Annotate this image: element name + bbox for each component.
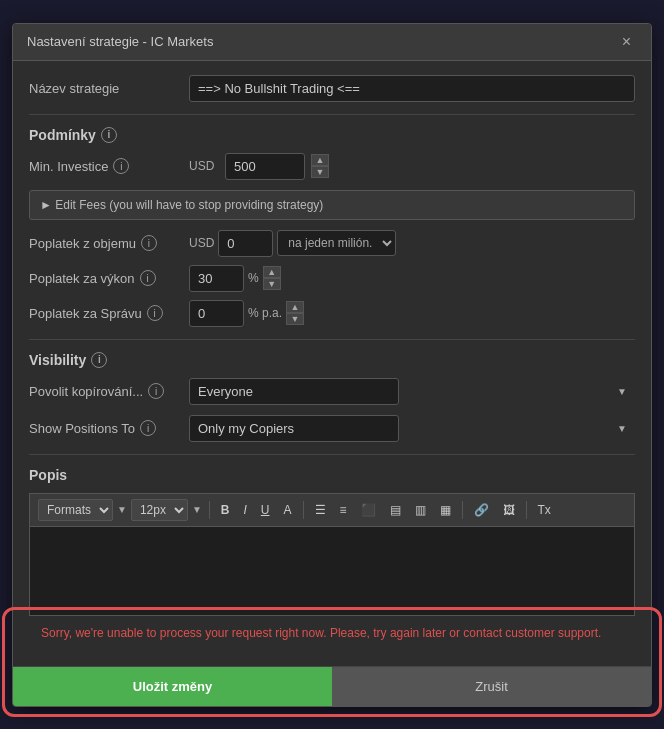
povolit-kopirovani-info[interactable]: i: [148, 383, 164, 399]
align-right-button[interactable]: ▥: [409, 500, 432, 520]
min-investice-info-icon[interactable]: i: [113, 158, 129, 174]
toolbar-sep-2: [303, 501, 304, 519]
poplatek-objemu-input[interactable]: [218, 230, 273, 257]
poplatek-vykon-label: Poplatek za výkon i: [29, 270, 189, 286]
spin-down[interactable]: ▼: [311, 166, 329, 178]
poplatek-spravu-input[interactable]: [189, 300, 244, 327]
spin-up[interactable]: ▲: [311, 154, 329, 166]
modal-body: Název strategie Podmínky i Min. Investic…: [13, 61, 651, 662]
strategy-name-label: Název strategie: [29, 81, 189, 96]
visibility-info-icon[interactable]: i: [91, 352, 107, 368]
povolit-kopirovani-select-wrap: Everyone Only Copiers Nobody ▼: [189, 378, 635, 405]
spravu-spin-up[interactable]: ▲: [286, 301, 304, 313]
min-investice-row: Min. Investice i USD ▲ ▼: [29, 153, 635, 180]
show-positions-label: Show Positions To i: [29, 420, 189, 436]
show-positions-select-wrap: Everyone Only my Copiers Nobody ▼: [189, 415, 635, 442]
divider-3: [29, 454, 635, 455]
show-positions-row: Show Positions To i Everyone Only my Cop…: [29, 415, 635, 442]
formats-dropdown[interactable]: Formats: [38, 499, 113, 521]
poplatek-vykon-row: Poplatek za výkon i % ▲ ▼: [29, 265, 635, 292]
poplatek-objemu-select[interactable]: na jeden milión.: [277, 230, 396, 256]
poplatek-objemu-control: USD na jeden milión.: [189, 230, 635, 257]
image-button[interactable]: 🖼: [497, 500, 521, 520]
divider-2: [29, 339, 635, 340]
cancel-button[interactable]: Zrušit: [332, 667, 651, 706]
list-ul-button[interactable]: ☰: [309, 500, 332, 520]
povolit-kopirovani-row: Povolit kopírování... i Everyone Only Co…: [29, 378, 635, 405]
povolit-kopirovani-label: Povolit kopírování... i: [29, 383, 189, 399]
poplatek-objemu-label: Poplatek z objemu i: [29, 235, 189, 251]
min-investice-spinner: ▲ ▼: [311, 154, 329, 178]
strategy-name-row: Název strategie: [29, 75, 635, 102]
min-investice-currency: USD: [189, 159, 219, 173]
poplatek-spravu-spinner: ▲ ▼: [286, 301, 304, 325]
toolbar-sep-3: [462, 501, 463, 519]
formats-chevron-icon: ▼: [117, 504, 127, 515]
edit-fees-row[interactable]: ► Edit Fees (you will have to stop provi…: [29, 190, 635, 220]
conditions-section-title: Podmínky i: [29, 127, 635, 143]
align-center-button[interactable]: ▤: [384, 500, 407, 520]
min-investice-control: USD ▲ ▼: [189, 153, 635, 180]
conditions-info-icon[interactable]: i: [101, 127, 117, 143]
divider-1: [29, 114, 635, 115]
list-ol-button[interactable]: ≡: [334, 500, 353, 520]
poplatek-objemu-row: Poplatek z objemu i USD na jeden milión.: [29, 230, 635, 257]
link-button[interactable]: 🔗: [468, 500, 495, 520]
size-dropdown[interactable]: 12px: [131, 499, 188, 521]
strategy-name-input[interactable]: [189, 75, 635, 102]
poplatek-vykon-control: % ▲ ▼: [189, 265, 635, 292]
italic-button[interactable]: I: [237, 500, 252, 520]
toolbar-sep-4: [526, 501, 527, 519]
spravu-spin-down[interactable]: ▼: [286, 313, 304, 325]
poplatek-objemu-info[interactable]: i: [141, 235, 157, 251]
poplatek-vykon-spinner: ▲ ▼: [263, 266, 281, 290]
error-message: Sorry, we're unable to process your requ…: [29, 618, 635, 648]
povolit-kopirovani-control: Everyone Only Copiers Nobody ▼: [189, 378, 635, 405]
poplatek-spravu-label: Poplatek za Správu i: [29, 305, 189, 321]
poplatek-spravu-info[interactable]: i: [147, 305, 163, 321]
underline-button[interactable]: U: [255, 500, 276, 520]
vykon-spin-up[interactable]: ▲: [263, 266, 281, 278]
modal-title: Nastavení strategie - IC Markets: [27, 34, 213, 49]
justify-button[interactable]: ▦: [434, 500, 457, 520]
editor-toolbar: Formats ▼ 12px ▼ B I U A ☰ ≡ ⬛ ▤ ▥ ▦: [29, 493, 635, 526]
clear-format-button[interactable]: Tx: [532, 500, 557, 520]
close-button[interactable]: ×: [616, 32, 637, 52]
show-positions-chevron-down-icon: ▼: [617, 423, 627, 434]
font-color-button[interactable]: A: [278, 500, 298, 520]
poplatek-vykon-input[interactable]: [189, 265, 244, 292]
save-button[interactable]: Uložit změny: [13, 667, 332, 706]
show-positions-info[interactable]: i: [140, 420, 156, 436]
vykon-spin-down[interactable]: ▼: [263, 278, 281, 290]
align-left-button[interactable]: ⬛: [355, 500, 382, 520]
min-investice-label: Min. Investice i: [29, 158, 189, 174]
show-positions-control: Everyone Only my Copiers Nobody ▼: [189, 415, 635, 442]
show-positions-select[interactable]: Everyone Only my Copiers Nobody: [189, 415, 399, 442]
toolbar-sep-1: [209, 501, 210, 519]
size-chevron-icon: ▼: [192, 504, 202, 515]
editor-area[interactable]: [29, 526, 635, 616]
footer-buttons: Uložit změny Zrušit: [13, 666, 651, 706]
poplatek-spravu-row: Poplatek za Správu i % p.a. ▲ ▼: [29, 300, 635, 327]
visibility-section-title: Visibility i: [29, 352, 635, 368]
poplatek-vykon-info[interactable]: i: [140, 270, 156, 286]
povolit-kopirovani-chevron-down-icon: ▼: [617, 386, 627, 397]
popis-section-title: Popis: [29, 467, 635, 483]
poplatek-spravu-control: % p.a. ▲ ▼: [189, 300, 635, 327]
bold-button[interactable]: B: [215, 500, 236, 520]
povolit-kopirovani-select[interactable]: Everyone Only Copiers Nobody: [189, 378, 399, 405]
min-investice-input[interactable]: [225, 153, 305, 180]
